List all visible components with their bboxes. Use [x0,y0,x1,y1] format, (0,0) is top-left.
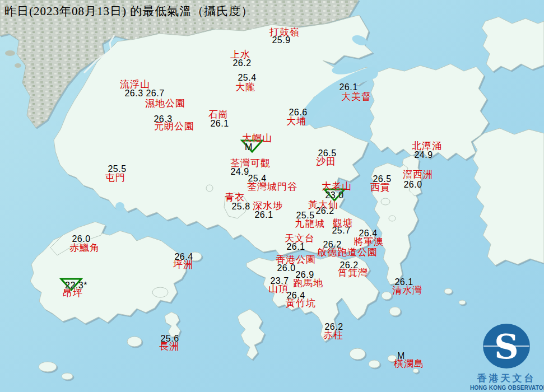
hko-logo-chinese: 香港天文台 [470,372,543,385]
station-name-label: 山頂 [268,282,289,295]
station-name-label: 天文台 [285,232,315,245]
station-name-label: 荃灣城門谷 [247,180,297,193]
station-name-label: 筲箕灣 [338,267,368,279]
station-name-label: 九龍城 [295,217,325,230]
station-name-label: 西貢 [370,181,390,194]
station-name-label: 上水 [230,48,250,61]
hko-logo-icon: S [481,323,532,370]
station-name-label: 坪洲 [173,258,193,271]
hko-logo: S 香港天文台 HONG KONG OBSERVATORY [470,323,543,391]
station-name-label: 長洲 [159,340,179,353]
map-title: 昨日(2023年08月13日) 的最低氣溫（攝氏度） [4,3,253,19]
station-name-label: 赤鱲角 [69,241,100,254]
station-name-label: 黃竹坑 [286,297,316,310]
station-name-label: 大美督 [341,90,371,103]
station-name-label: 赤柱 [323,329,343,342]
station-name-label: 香港公園 [276,253,316,266]
station-name-label: 深水埗 [253,199,283,212]
station-name-label: 黃大仙 [308,198,338,211]
station-name-label: 將軍澳 [354,235,384,248]
station-name-label: 滘西洲 [403,168,433,181]
weather-map-screenshot: 昨日(2023年08月13日) 的最低氣溫（攝氏度） 25.9打鼓嶺26.2上水… [0,0,544,392]
station-name-label: 屯門 [105,171,125,184]
station-name-label: 清水灣 [392,284,422,297]
station-name-label: 觀塘 [333,217,353,230]
station-name-label: 元朗公園 [154,120,194,133]
station-name-label: 青衣 [225,191,245,204]
hko-logo-english: HONG KONG OBSERVATORY [470,385,543,391]
station-value: 26.0 [403,180,422,190]
stations-layer: 25.9打鼓嶺26.2上水25.4大隴26.3流浮山26.7濕地公園26.3元朗… [0,0,544,392]
hko-logo-monogram: S [494,327,518,366]
station-name-label: 大帽山 [242,132,272,144]
station-name-label: 大老山 [322,180,352,193]
station-name-label: 昂坪 [63,287,83,300]
station-name-label: 大隴 [235,81,255,94]
station-name-label: 濕地公園 [145,97,185,110]
station-name-label: 沙田 [316,155,336,168]
station-name-label: 打鼓嶺 [269,26,300,39]
station-name-label: 荃灣可觀 [230,157,271,170]
station-name-label: 石崗 [208,108,229,121]
station-name-label: 橫瀾島 [394,357,424,370]
station-name-label: 北潭涌 [412,139,442,152]
station-name-label: 大埔 [286,115,306,128]
station-name-label: 跑馬地 [293,277,323,290]
